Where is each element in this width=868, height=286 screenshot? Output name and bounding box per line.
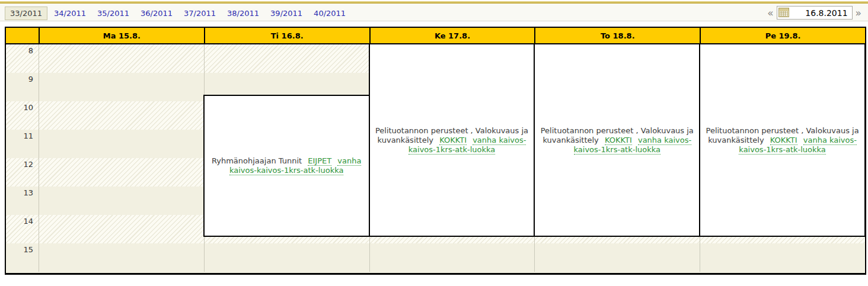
hour-row-15: 15 (6, 243, 865, 272)
hour-label-9: 9 (6, 73, 39, 83)
week-tab-33-2011[interactable]: 33/2011 (5, 7, 47, 20)
hour-label-15: 15 (6, 243, 39, 254)
event-code-link[interactable]: KOKKTI (439, 136, 467, 145)
week-tab-bar: 33/2011 34/2011 35/2011 36/2011 37/2011 … (0, 4, 868, 21)
previous-week-button[interactable]: « (764, 7, 776, 20)
week-tabs: 33/2011 34/2011 35/2011 36/2011 37/2011 … (5, 7, 352, 20)
event-tuesday: Ryhmänohjaajan Tunnit EIJPET vanha kaivo… (203, 95, 370, 237)
day-header-friday: Pe 19.8. (700, 28, 865, 43)
column-divider (39, 44, 39, 272)
hour-label-12: 12 (6, 158, 39, 169)
day-header-monday: Ma 15.8. (39, 28, 204, 43)
timetable-body: 8 9 10 11 12 13 14 15 Ryhmänohjaajan Tun… (6, 44, 865, 272)
time-column-header (6, 28, 39, 43)
date-field-wrapper (777, 6, 853, 20)
event-friday: Pelituotannon perusteet , Valokuvaus ja … (699, 43, 866, 237)
week-tab-35-2011[interactable]: 35/2011 (92, 7, 134, 20)
next-week-button[interactable]: » (853, 7, 864, 20)
timetable: Ma 15.8. Ti 16.8. Ke 17.8. To 18.8. Pe 1… (5, 27, 866, 275)
hour-label-8: 8 (6, 44, 39, 55)
day-header-wednesday: Ke 17.8. (369, 28, 535, 43)
event-code-link[interactable]: EIJPET (308, 156, 331, 166)
week-tab-38-2011[interactable]: 38/2011 (222, 7, 264, 20)
week-tab-36-2011[interactable]: 36/2011 (136, 7, 177, 20)
event-code-link[interactable]: KOKKTI (605, 136, 632, 145)
week-tab-39-2011[interactable]: 39/2011 (266, 7, 307, 20)
event-text: Pelituotannon perusteet , Valokuvaus ja … (538, 126, 696, 155)
week-tab-40-2011[interactable]: 40/2011 (309, 7, 350, 20)
timetable-header-row: Ma 15.8. Ti 16.8. Ke 17.8. To 18.8. Pe 1… (6, 28, 865, 44)
week-schedule-screen: 33/2011 34/2011 35/2011 36/2011 37/2011 … (0, 0, 868, 286)
event-text: Ryhmänohjaajan Tunnit EIJPET vanha kaivo… (208, 156, 366, 175)
event-wednesday: Pelituotannon perusteet , Valokuvaus ja … (369, 43, 535, 237)
event-thursday: Pelituotannon perusteet , Valokuvaus ja … (534, 43, 700, 237)
day-header-thursday: To 18.8. (534, 28, 700, 43)
calendar-icon[interactable] (778, 8, 789, 17)
hour-label-10: 10 (6, 101, 39, 112)
week-tab-34-2011[interactable]: 34/2011 (49, 7, 91, 20)
event-title: Ryhmänohjaajan Tunnit (212, 156, 302, 165)
event-text: Pelituotannon perusteet , Valokuvaus ja … (373, 126, 531, 155)
hour-label-14: 14 (6, 215, 39, 226)
event-code-link[interactable]: KOKKTI (770, 136, 797, 145)
week-tab-37-2011[interactable]: 37/2011 (179, 7, 221, 20)
event-text: Pelituotannon perusteet , Valokuvaus ja … (703, 126, 861, 155)
hour-label-11: 11 (6, 130, 39, 140)
hour-label-13: 13 (6, 187, 39, 197)
date-navigation: « » (764, 6, 864, 20)
day-header-tuesday: Ti 16.8. (204, 28, 369, 43)
